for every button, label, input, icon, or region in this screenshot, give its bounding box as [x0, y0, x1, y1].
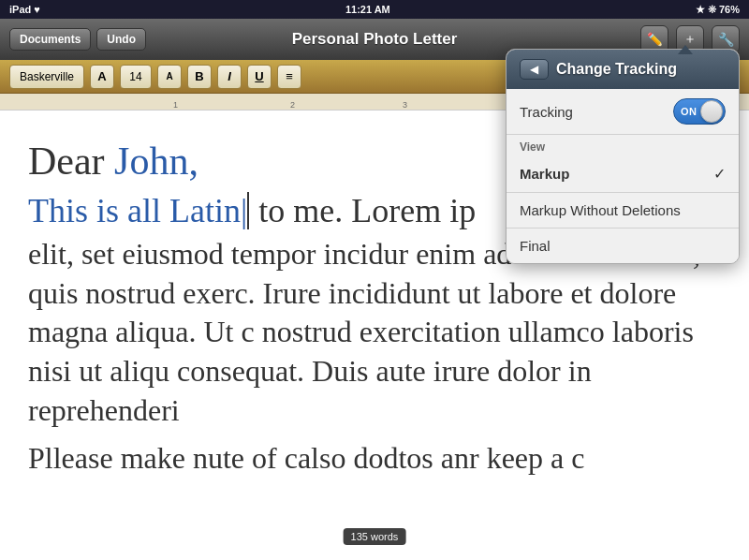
view-section-header: View	[507, 135, 739, 155]
align-button[interactable]: ≡	[277, 65, 301, 89]
ruler-mark-1: 1	[173, 100, 178, 110]
final-label: Final	[520, 238, 551, 254]
font-cap-button[interactable]: A	[90, 65, 114, 89]
popup-header: ◀ Change Tracking	[507, 50, 739, 89]
italic-button[interactable]: I	[217, 65, 242, 89]
john-text: John,	[114, 140, 198, 183]
font-selector[interactable]: Baskerville	[9, 65, 84, 89]
back-arrow-icon: ◀	[530, 63, 538, 76]
markup-option[interactable]: Markup ✓	[507, 155, 739, 193]
status-time: 11:21 AM	[345, 4, 390, 15]
change-tracking-popup[interactable]: ◀ Change Tracking Tracking ON View Marku…	[506, 49, 740, 264]
dear-text: Dear	[28, 140, 114, 183]
font-size-a[interactable]: A	[157, 65, 182, 89]
checkmark-icon: ✓	[713, 165, 726, 183]
markup-without-label: Markup Without Deletions	[520, 202, 681, 218]
markup-without-option[interactable]: Markup Without Deletions	[507, 193, 739, 228]
text-cursor: |	[241, 192, 249, 229]
final-option[interactable]: Final	[507, 228, 739, 263]
toolbar-left: Documents Undo	[9, 28, 146, 51]
bold-button[interactable]: B	[187, 65, 212, 89]
tracking-toggle[interactable]: ON	[673, 98, 726, 125]
font-size[interactable]: 14	[120, 65, 152, 89]
status-left: iPad ♥	[9, 4, 40, 15]
status-ipad: iPad ♥	[9, 4, 40, 15]
toggle-knob	[700, 100, 723, 123]
paragraph-text: elit, set eiusmod tempor incidur enim ad…	[28, 235, 721, 430]
word-count-badge: 135 words	[344, 528, 406, 545]
popup-body: Tracking ON View Markup ✓ Markup Without…	[507, 89, 739, 263]
popup-title: Change Tracking	[556, 61, 677, 78]
latin-blue: This is all Latin	[28, 192, 241, 229]
ruler-mark-3: 3	[403, 100, 407, 110]
tracking-row: Tracking ON	[507, 89, 739, 135]
undo-button[interactable]: Undo	[96, 28, 146, 51]
latin-black: to me. Lorem ip	[250, 192, 476, 229]
status-bar: iPad ♥ 11:21 AM ★ ❊ 76%	[0, 0, 749, 19]
underline-button[interactable]: U	[247, 65, 272, 89]
ruler-mark-2: 2	[290, 100, 295, 110]
tracking-label: Tracking	[520, 104, 573, 120]
documents-button[interactable]: Documents	[9, 28, 91, 51]
toggle-on-label: ON	[681, 106, 698, 117]
status-right: ★ ❊ 76%	[696, 4, 740, 16]
document-title: Personal Photo Letter	[292, 30, 458, 49]
last-line: Pllease make nute of calso dodtos anr ke…	[28, 439, 721, 479]
markup-label: Markup	[520, 166, 569, 182]
popup-back-button[interactable]: ◀	[520, 59, 549, 80]
popup-arrow	[678, 45, 693, 54]
